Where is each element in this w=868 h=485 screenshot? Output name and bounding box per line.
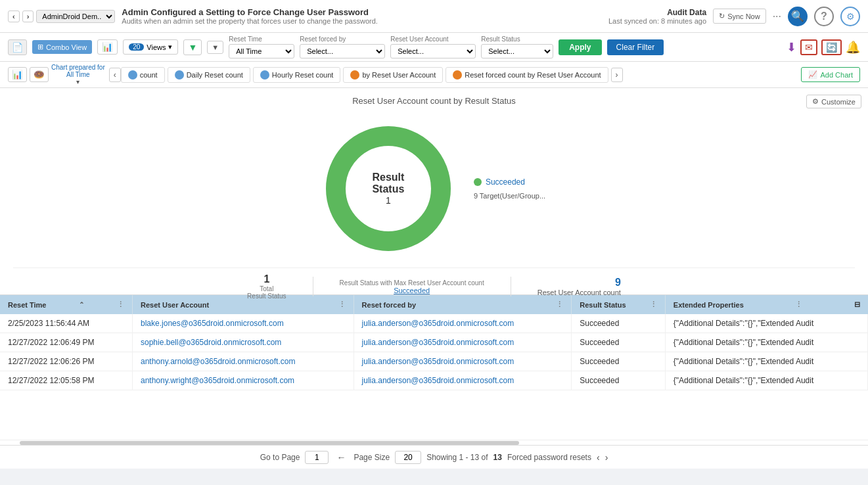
filter-button[interactable]: ▼	[183, 39, 202, 55]
cell-reset-user[interactable]: blake.jones@o365droid.onmicrosoft.com	[133, 314, 354, 333]
reset-forced-by-select[interactable]: Select...	[300, 44, 385, 58]
reset-user-account-label: Reset User Account	[390, 35, 476, 43]
reset-forced-by-filter: Reset forced by Select...	[300, 35, 385, 58]
total-label: Forced password resets	[507, 453, 591, 462]
chart-tabs-bar: 📊 🍩 Chart prepared for All Time ▾ ‹ coun…	[0, 62, 868, 88]
col-reset-user-menu[interactable]: ⋮	[338, 300, 346, 309]
chart-tab-daily-icon	[175, 70, 184, 80]
reset-time-select[interactable]: All TimeTodayLast 7 DaysLast 30 Days	[229, 44, 294, 58]
chart-tab-reset-forced[interactable]: Reset forced count by Reset User Account	[445, 67, 608, 83]
chart-bar-icon[interactable]: 📊	[8, 67, 27, 82]
gear-icon: ⚙	[812, 97, 819, 106]
pagination-prev-icon[interactable]: ‹	[597, 452, 600, 463]
col-result-menu[interactable]: ⋮	[650, 300, 657, 309]
cell-result-status: Succeeded	[572, 314, 666, 333]
file-view-button[interactable]: 📄	[8, 39, 27, 55]
footer-status-stat: Result Status with Max Reset User Accoun…	[340, 279, 484, 294]
footer-status-value[interactable]: Succeeded	[394, 287, 430, 294]
pagination-next-icon[interactable]: ›	[605, 452, 608, 463]
total-count: 13	[493, 453, 502, 462]
chart-tab-daily[interactable]: Daily Reset count	[168, 67, 250, 83]
chart-view-button[interactable]: 📊	[97, 39, 118, 55]
table-row: 12/27/2022 12:06:26 PM anthony.arnold@o3…	[0, 352, 868, 371]
page-prev-button[interactable]: ←	[334, 451, 348, 464]
clear-filter-button[interactable]: Clear Filter	[607, 39, 664, 55]
table-row: 12/27/2022 12:05:58 PM anthony.wright@o3…	[0, 371, 868, 390]
apply-button[interactable]: Apply	[559, 39, 601, 55]
donut-center-count: 1	[355, 195, 421, 206]
filter-dropdown-button[interactable]: ▼	[207, 41, 223, 54]
page-number-input[interactable]	[305, 451, 329, 464]
views-label: Views	[147, 43, 166, 51]
header-right: Audit Data Last synced on: 8 minutes ago…	[608, 7, 860, 26]
mail-icon[interactable]: ✉	[800, 39, 817, 55]
cell-reset-forced-by[interactable]: julia.anderson@o365droid.onmicrosoft.com	[354, 314, 572, 333]
donut-chart: Result Status 1	[323, 123, 454, 254]
add-chart-button[interactable]: 📈 Add Chart	[801, 67, 860, 82]
download-icon[interactable]: ⬇	[787, 40, 796, 55]
table-body: 2/25/2023 11:56:44 AM blake.jones@o365dr…	[0, 314, 868, 390]
chart-time-period[interactable]: All Time	[51, 71, 105, 78]
chart-prepared-info: Chart prepared for All Time ▾	[51, 64, 105, 85]
chart-tab-count[interactable]: count	[121, 67, 165, 83]
app-selector[interactable]: AdminDroid Dem...	[36, 10, 115, 23]
chart-tab-byuser-label: by Reset User Account	[362, 71, 436, 79]
table-row: 2/25/2023 11:56:44 AM blake.jones@o365dr…	[0, 314, 868, 333]
col-extended-menu[interactable]: ⋮	[795, 300, 802, 309]
schedule-icon[interactable]: 🔄	[821, 39, 842, 55]
chart-pie-icon[interactable]: 🍩	[30, 67, 49, 82]
nav-back-button[interactable]: ‹	[8, 11, 20, 22]
nav-forward-button[interactable]: ›	[22, 11, 34, 22]
legend-succeeded-label: Succeeded	[486, 177, 525, 187]
chart-title: Reset User Account count by Result Statu…	[13, 96, 855, 106]
chart-tab-count-icon	[128, 70, 137, 80]
search-button[interactable]: 🔍	[788, 7, 808, 26]
chart-tab-hourly-icon	[260, 70, 269, 80]
table-settings-icon[interactable]: ⊟	[854, 300, 860, 309]
footer-status-label: Result Status with Max Reset User Accoun…	[340, 279, 484, 287]
bell-icon[interactable]: 🔔	[846, 40, 860, 55]
horizontal-scrollbar[interactable]	[20, 441, 519, 445]
customize-button[interactable]: ⚙ Customize	[806, 95, 861, 108]
cell-reset-user[interactable]: sophie.bell@o365droid.onmicrosoft.com	[133, 333, 354, 352]
settings-button[interactable]: ⚙	[840, 7, 860, 26]
audit-sync-time: Last synced on: 8 minutes ago	[608, 17, 706, 25]
audit-info: Audit Data Last synced on: 8 minutes ago	[608, 8, 706, 25]
col-reset-time-menu[interactable]: ⋮	[117, 300, 124, 309]
chart-footer: 1 Total Result Status Result Status with…	[13, 267, 855, 300]
cell-reset-time: 2/25/2023 11:56:44 AM	[0, 314, 133, 333]
header-nav: ‹ › AdminDroid Dem...	[8, 10, 115, 23]
help-button[interactable]: ?	[814, 7, 834, 26]
chart-tab-forced-icon	[453, 70, 462, 80]
chart-tab-byuser-icon	[350, 70, 359, 80]
sort-reset-time-icon[interactable]: ⌃	[79, 301, 84, 308]
chart-tab-hourly[interactable]: Hourly Reset count	[253, 67, 341, 83]
cell-reset-forced-by[interactable]: julia.anderson@o365droid.onmicrosoft.com	[354, 333, 572, 352]
cell-reset-user[interactable]: anthony.wright@o365droid.onmicrosoft.com	[133, 371, 354, 390]
col-result-status-label: Result Status	[580, 301, 626, 309]
app-header: ‹ › AdminDroid Dem... Admin Configured a…	[0, 0, 868, 33]
cell-reset-user[interactable]: anthony.arnold@o365droid.onmicrosoft.com	[133, 352, 354, 371]
result-status-filter: Result Status Select...	[481, 35, 553, 58]
legend-dot-succeeded	[474, 178, 482, 186]
views-badge: 20	[129, 43, 144, 51]
toolbar-right-icons: ⬇ ✉ 🔄 🔔	[787, 39, 860, 55]
chart-tab-by-user[interactable]: by Reset User Account	[343, 67, 443, 83]
data-table-container: Reset Time ⌃ ⋮ Reset User Account ⋮ Rese…	[0, 295, 868, 440]
views-button[interactable]: 20 Views ▾	[123, 39, 178, 55]
cell-reset-forced-by[interactable]: julia.anderson@o365droid.onmicrosoft.com	[354, 371, 572, 390]
reset-user-account-select[interactable]: Select...	[390, 44, 476, 58]
cell-reset-time: 12/27/2022 12:06:49 PM	[0, 333, 133, 352]
tabs-prev-button[interactable]: ‹	[109, 68, 121, 82]
footer-total-stat: 1 Total Result Status	[247, 273, 286, 300]
sync-now-button[interactable]: ↻ Sync Now	[713, 9, 766, 24]
cell-reset-forced-by[interactable]: julia.anderson@o365droid.onmicrosoft.com	[354, 352, 572, 371]
combo-view-button[interactable]: ⊞ Combo View	[32, 40, 92, 54]
page-size-input[interactable]	[395, 451, 421, 464]
result-status-select[interactable]: Select...	[481, 44, 553, 58]
more-options-button[interactable]: ···	[773, 11, 781, 22]
tabs-next-button[interactable]: ›	[611, 68, 623, 82]
cell-extended: {"Additional Details":"{}","Extended Aud…	[665, 371, 867, 390]
col-forced-by-menu[interactable]: ⋮	[556, 300, 563, 309]
sync-icon: ↻	[719, 12, 725, 20]
